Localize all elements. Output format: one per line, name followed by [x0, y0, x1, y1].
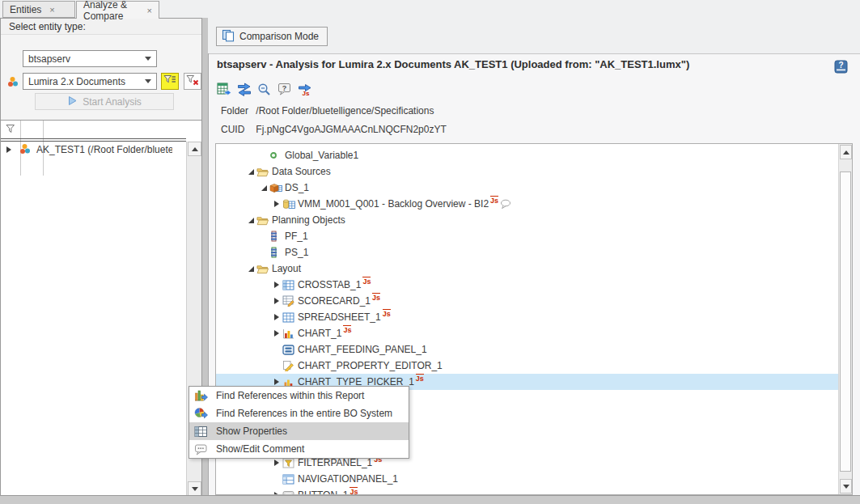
svg-text:Js: Js — [302, 90, 309, 96]
js-script-badge: Js — [372, 293, 380, 302]
comparison-icon — [222, 29, 235, 44]
expander-open[interactable] — [245, 266, 256, 272]
folder-open-icon — [256, 264, 270, 274]
query-icon — [282, 198, 296, 210]
folder-row: Folder /Root Folder/bluetelligence/Speci… — [221, 105, 434, 116]
tree-item-label: NAVIGATIONPANEL_1 — [298, 473, 398, 485]
tree-item-label: FILTERPANEL_1 — [298, 457, 372, 468]
find-references-report-icon — [194, 389, 209, 402]
scrollbar-thumb[interactable] — [840, 172, 851, 472]
export-excel-button[interactable] — [216, 83, 231, 97]
tree-item-navigationpanel-1[interactable]: NAVIGATIONPANEL_1 — [216, 471, 839, 487]
expander-open[interactable] — [245, 218, 256, 223]
tree-item-spreadsheet-1[interactable]: SPREADSHEET_1 Js — [216, 309, 839, 325]
triangle-collapsed-icon — [274, 330, 279, 337]
scroll-up-button[interactable] — [840, 145, 852, 159]
chevron-down-icon — [145, 57, 151, 61]
triangle-collapsed-icon — [274, 282, 279, 288]
tree-item-label: PS_1 — [285, 247, 308, 258]
tab-close-icon[interactable]: × — [49, 5, 54, 15]
comparison-mode-button[interactable]: Comparison Mode — [216, 27, 328, 46]
window-bottom-edge — [0, 495, 860, 504]
triangle-down-icon — [843, 485, 849, 489]
tree-item-chart-1[interactable]: CHART_1 Js — [216, 325, 839, 341]
transfer-button[interactable] — [236, 83, 252, 97]
tree-item-vmm-query[interactable]: VMM_M001_Q001 - Backlog Overview - BI2 J… — [216, 196, 839, 212]
variable-icon — [269, 151, 283, 159]
triangle-collapsed-icon — [274, 379, 279, 385]
entity-type-dropdown-value: Lumira 2.x Documents — [28, 76, 145, 87]
tree-item-button-1[interactable]: BUTTON_1 Js — [216, 487, 839, 495]
tree-item-ds-1[interactable]: DS_1 — [216, 180, 839, 196]
tree-scrollbar[interactable] — [838, 144, 852, 494]
menu-item-find-references-system[interactable]: Find References in the entire BO System — [189, 404, 409, 422]
system-dropdown[interactable]: btsapserv — [23, 50, 157, 67]
tree-item-layout[interactable]: Layout — [216, 260, 839, 277]
comment-help-icon: ? — [277, 87, 292, 99]
entity-row-ak-test1[interactable]: AK_TEST1 (/Root Folder/bluetelligenc — [1, 142, 186, 158]
tree-item-crosstab-1[interactable]: CROSSTAB_1 Js — [216, 277, 839, 293]
menu-item-find-references-report[interactable]: Find References within this Report — [189, 387, 409, 404]
start-analysis-button[interactable]: Start Analysis — [35, 93, 174, 110]
planning-sequence-icon — [269, 247, 283, 258]
expander-open[interactable] — [258, 185, 269, 191]
triangle-up-icon — [192, 147, 198, 151]
cuid-row: CUID Fj.pNgC4VgoAJGMAAACnLNQCFN2p0zYT — [221, 124, 447, 135]
tab-analyze-compare[interactable]: Analyze & Compare × — [76, 1, 159, 19]
tree-item-label: VMM_M001_Q001 - Backlog Overview - BI2 — [298, 198, 489, 210]
filter-clear-button[interactable] — [184, 73, 201, 90]
tab-label: Analyze & Compare — [83, 0, 139, 22]
expander-closed[interactable] — [271, 460, 282, 466]
expander-closed[interactable] — [271, 282, 282, 288]
menu-item-show-properties[interactable]: Show Properties — [189, 422, 409, 440]
triangle-expanded-icon — [248, 266, 254, 272]
tree-item-global-variable1[interactable]: Global_Variable1 — [216, 147, 839, 163]
tree-item-scorecard-1[interactable]: SCORECARD_1 Js — [216, 293, 839, 309]
tree-item-chart-feeding-panel-1[interactable]: CHART_FEEDING_PANEL_1 — [216, 341, 839, 358]
svg-text:?: ? — [838, 61, 843, 70]
tree-item-chart-property-editor-1[interactable]: CHART_PROPERTY_EDITOR_1 — [216, 358, 839, 374]
expand-arrow-icon[interactable] — [6, 146, 11, 153]
folder-value: /Root Folder/bluetelligence/Specificatio… — [256, 105, 434, 116]
filter-clear-icon — [186, 74, 199, 88]
tree-item-data-sources[interactable]: Data Sources — [216, 163, 839, 180]
menu-item-show-edit-comment[interactable]: Show/Edit Comment — [189, 440, 409, 458]
comment-help-button[interactable]: ? — [277, 83, 292, 97]
expander-closed[interactable] — [271, 201, 282, 207]
entity-type-dropdown[interactable]: Lumira 2.x Documents — [23, 73, 157, 90]
export-js-button[interactable]: Js — [297, 83, 312, 97]
expander-closed[interactable] — [271, 298, 282, 304]
filter-panel-icon — [282, 458, 296, 468]
folder-open-icon — [256, 167, 270, 177]
help-icon[interactable]: ? — [834, 60, 848, 76]
expander-closed[interactable] — [271, 330, 282, 337]
filter-active-button[interactable] — [161, 73, 179, 90]
comment-bubble-icon[interactable] — [500, 199, 511, 210]
tree-item-label: BUTTON_1 — [298, 489, 348, 495]
tree-item-label: SPREADSHEET_1 — [298, 311, 381, 323]
scroll-down-button[interactable] — [840, 479, 852, 493]
cuid-label: CUID — [221, 124, 253, 135]
js-script-badge: Js — [383, 309, 391, 318]
expander-closed[interactable] — [271, 379, 282, 385]
play-icon — [67, 95, 78, 108]
triangle-collapsed-icon — [274, 201, 279, 207]
js-script-badge: Js — [490, 196, 498, 205]
tree-item-planning-objects[interactable]: Planning Objects — [216, 212, 839, 228]
tree-item-pf-1[interactable]: PF_1 — [216, 228, 839, 244]
triangle-expanded-icon — [248, 169, 254, 175]
chart-icon — [282, 328, 296, 339]
planning-function-icon — [269, 231, 283, 242]
expander-open[interactable] — [245, 169, 256, 175]
scroll-up-button[interactable] — [188, 142, 201, 156]
zoom-button[interactable] — [256, 83, 272, 97]
entity-list-filter-row[interactable] — [1, 121, 201, 138]
tree-item-ps-1[interactable]: PS_1 — [216, 244, 839, 260]
tree-item-label: Layout — [272, 263, 301, 274]
tree-item-label: Data Sources — [272, 166, 331, 177]
scroll-down-button[interactable] — [188, 481, 201, 495]
property-editor-icon — [282, 360, 296, 371]
tab-close-icon[interactable]: × — [147, 6, 152, 15]
tab-entities[interactable]: Entities × — [2, 1, 75, 18]
expander-closed[interactable] — [271, 314, 282, 320]
